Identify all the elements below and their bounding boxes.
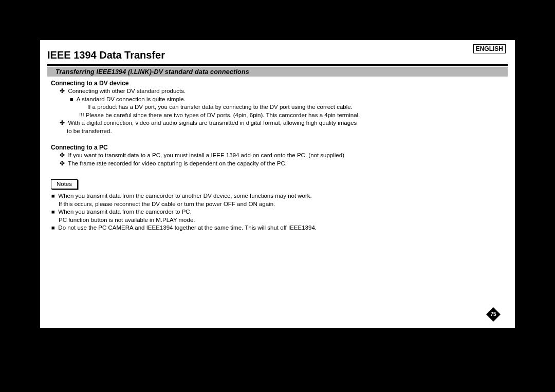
section-heading-pc: Connecting to a PC [51,143,508,152]
bullet-item: ✤ Connecting with other DV standard prod… [47,87,508,96]
page-number-badge: 75 [486,307,501,322]
bullet-text: Connecting with other DV standard produc… [68,88,186,94]
section-heading-dv: Connecting to a DV device [51,79,508,87]
page-number: 75 [486,307,501,322]
square-icon: ■ [51,225,55,231]
note-continuation: If this occurs, please reconnect the DV … [47,200,508,209]
bullet-item: ✤ If you want to transmit data to a PC, … [47,152,508,160]
bullet-text: A standard DV connection is quite simple… [77,96,186,102]
bullet-item: ✤ The frame rate recorded for video capt… [47,160,508,168]
bullet-text: With a digital connection, video and aud… [68,120,357,126]
bullet-item: ✤ With a digital connection, video and a… [47,119,508,127]
note-item: ■ When you transmit data from the camcor… [47,208,508,216]
subtitle-text: Transferring IEEE1394 (i.LINK)-DV standa… [55,68,249,76]
square-icon: ■ [70,96,73,102]
bullet-warning: !!! Please be careful since there are tw… [47,111,508,120]
note-text: When you transmit data from the camcorde… [58,209,192,215]
square-icon: ■ [51,193,55,199]
note-continuation: PC function button is not available in M… [47,216,508,225]
note-text: Do not use the PC CAMERA and IEEE1394 to… [58,225,317,231]
note-text: When you transmit data from the camcorde… [58,193,311,199]
bullet-item: ■ A standard DV connection is quite simp… [47,96,508,104]
bullet-body: If a product has a DV port, you can tran… [47,103,508,111]
page-title: IEEE 1394 Data Transfer [47,49,165,61]
maltese-icon: ✤ [60,88,65,94]
body-content: Connecting to a DV device ✤ Connecting w… [47,79,508,232]
square-icon: ■ [51,209,55,215]
maltese-icon: ✤ [60,160,65,166]
notes-label-box: Notes [51,179,78,190]
title-rule [47,64,508,66]
bullet-text: The frame rate recorded for video captur… [68,160,287,166]
maltese-icon: ✤ [60,152,65,158]
note-item: ■ Do not use the PC CAMERA and IEEE1394 … [47,224,508,232]
language-badge: ENGLISH [473,44,506,53]
manual-page: ENGLISH IEEE 1394 Data Transfer Transfer… [40,40,515,328]
maltese-icon: ✤ [60,120,65,126]
note-item: ■ When you transmit data from the camcor… [47,192,508,200]
bullet-continuation: to be transferred. [47,127,508,136]
bullet-text: If you want to transmit data to a PC, yo… [68,152,344,158]
